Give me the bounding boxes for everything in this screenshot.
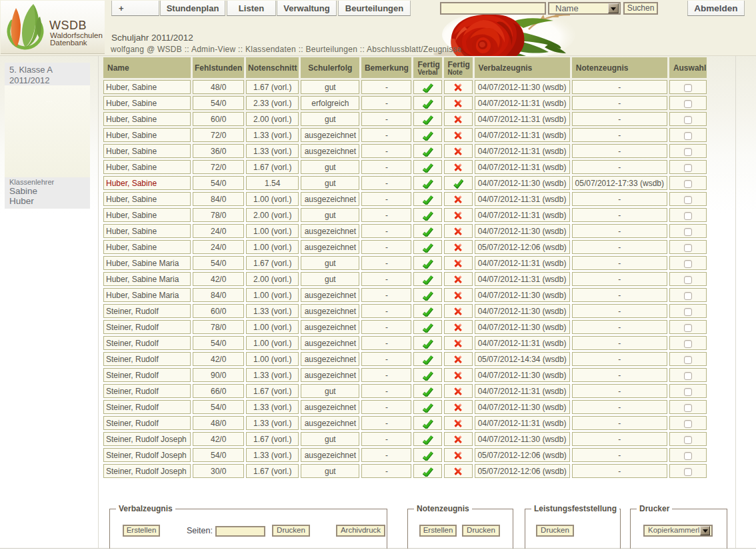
- svg-text:WSDB: WSDB: [49, 19, 87, 32]
- svg-text:Datenbank: Datenbank: [50, 39, 87, 47]
